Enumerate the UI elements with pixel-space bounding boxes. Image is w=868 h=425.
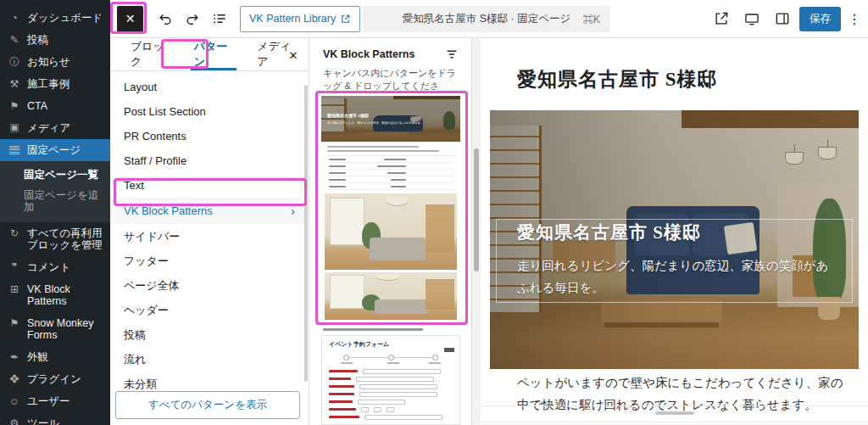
page-title[interactable]: 愛知県名古屋市 S様邸 xyxy=(517,66,718,92)
admin-menu-label: CTA xyxy=(27,100,47,112)
admin-menu-label: 施工事例 xyxy=(27,78,70,90)
pattern-category-item[interactable]: Layout xyxy=(110,75,309,99)
admin-menu-item[interactable]: ▣ メディア xyxy=(0,117,110,139)
vk-pattern-library-button[interactable]: VK Pattern Library xyxy=(240,6,360,32)
hero-subtitle[interactable]: 走り回れるリビング、陽だまりの窓辺、家族の笑顔があふれる毎日を。 xyxy=(517,254,831,299)
pattern-category-item[interactable]: 流れ xyxy=(110,347,309,372)
options-kebab-icon[interactable]: ⋮ xyxy=(844,11,865,27)
stepper-label xyxy=(387,362,399,364)
patterns-scrollbar[interactable] xyxy=(474,148,479,271)
table-row xyxy=(327,163,454,170)
admin-menu-icon: ⓘ xyxy=(8,56,20,68)
pattern-category-item[interactable]: フッター xyxy=(110,249,309,273)
page-icon: ▤ xyxy=(8,144,20,156)
admin-menu-icon: ⚑ xyxy=(8,100,20,112)
preview-desktop-icon[interactable] xyxy=(738,5,765,32)
save-button[interactable]: 保存 xyxy=(799,7,841,31)
pattern-category-item[interactable]: サイドバー xyxy=(110,224,309,249)
stepper-label xyxy=(341,362,353,364)
view-page-icon[interactable] xyxy=(708,5,735,32)
category-label: PR Contents xyxy=(124,130,186,143)
admin-menu-item[interactable]: ◔ ダッシュボード xyxy=(0,7,110,29)
pattern1-hero-image: 愛知県名古屋市 S様邸 走り回れるリビング、陽だまりの窓辺、家族の笑顔があふれる… xyxy=(321,96,460,142)
admin-menu-item[interactable]: ❞ コメント xyxy=(0,256,110,278)
pattern-category-item[interactable]: Post List Section xyxy=(110,99,309,124)
admin-menu-item[interactable]: ✎ 投稿 xyxy=(0,29,110,51)
inserter-tab[interactable]: メディア xyxy=(245,38,309,70)
admin-menu-item[interactable]: ❖ プラグイン xyxy=(0,368,110,390)
admin-menu-item[interactable]: ⊞ VK Block Patterns xyxy=(0,278,110,312)
inserter-scrollbar[interactable] xyxy=(304,85,308,382)
admin-menu-item[interactable]: ⚙ ツール xyxy=(0,412,110,425)
command-bar[interactable]: 愛知県名古屋市 S様邸 · 固定ページ ⌘K xyxy=(363,6,610,32)
separator-block[interactable] xyxy=(655,411,694,415)
admin-menu-icon: ☺ xyxy=(8,395,20,407)
admin-menu-item[interactable]: ↻ すべての再利用ブロックを管理 xyxy=(0,222,110,256)
panel-scroll-gutter xyxy=(472,38,481,425)
hero-title[interactable]: 愛知県名古屋市 S様邸 xyxy=(517,221,701,244)
hero-cover-block[interactable]: 愛知県名古屋市 S様邸 走り回れるリビング、陽だまりの窓辺、家族の笑顔があふれる… xyxy=(490,110,859,369)
show-all-patterns-button[interactable]: すべてのパターンを表示 xyxy=(115,391,300,419)
list-view-icon[interactable] xyxy=(206,5,233,32)
admin-menu-item[interactable]: ⚒ 施工事例 xyxy=(0,73,110,95)
admin-menu-item[interactable]: ⚑ CTA xyxy=(0,95,110,117)
admin-menu-icon: ❖ xyxy=(8,373,20,385)
pattern-thumbnail-case-page[interactable]: 愛知県名古屋市 S様邸 走り回れるリビング、陽だまりの窓辺、家族の笑顔があふれる… xyxy=(321,96,460,320)
inserter-tabs: ✕ ブロック パターン メディア xyxy=(110,38,309,71)
document-title: 愛知県名古屋市 S様邸 · 固定ページ xyxy=(403,12,571,26)
submenu-item[interactable]: 固定ページを追加 xyxy=(0,185,110,217)
pattern-category-list: Layout Post List Section PR Contents Sta… xyxy=(110,71,309,396)
form-row xyxy=(329,413,453,421)
undo-icon[interactable] xyxy=(152,5,179,32)
category-label: Layout xyxy=(124,81,157,93)
pattern-category-item[interactable]: ページ全体 xyxy=(110,273,309,298)
admin-menu-item[interactable]: ✒ 外観 xyxy=(0,346,110,368)
filter-icon[interactable] xyxy=(444,47,459,62)
pattern-category-item[interactable]: VK Block Patterns › xyxy=(110,198,309,224)
inserter-tab[interactable]: パターン xyxy=(182,38,246,70)
pattern-category-item[interactable]: Text xyxy=(110,173,309,198)
admin-menu-label: すべての再利用ブロックを管理 xyxy=(27,227,103,251)
admin-menu-label: お知らせ xyxy=(27,56,70,68)
editor-canvas[interactable]: 愛知県名古屋市 S様邸 愛知県名古屋市 S様邸 走り回れるリビング、陽だまりの窓… xyxy=(481,38,868,425)
pattern-category-item[interactable]: ヘッダー xyxy=(110,298,309,322)
lamp-shape xyxy=(377,274,398,280)
pattern-category-item[interactable]: Staff / Profile xyxy=(110,148,309,173)
admin-menu-item[interactable]: ☺ ユーザー xyxy=(0,390,110,412)
form-row xyxy=(329,398,453,405)
close-editor-button[interactable]: ✕ xyxy=(117,6,143,32)
block-divider xyxy=(481,405,868,406)
patterns-panel-title: VK Block Patterns xyxy=(323,48,415,60)
pattern1-hero-subtitle: 走り回れるリビング、陽だまりの窓辺、家族の笑顔があふれる毎日を。 xyxy=(327,121,453,125)
pattern-category-item[interactable]: 投稿 xyxy=(110,322,309,347)
settings-sidebar-icon[interactable] xyxy=(769,5,796,32)
admin-menu-label: ツール xyxy=(27,417,59,425)
inserter-panel: ✕ ブロック パターン メディア Layout Post List Sectio… xyxy=(110,38,309,425)
wp-admin-sidebar: ◔ ダッシュボード ✎ 投稿 ⓘ お知らせ ⚒ 施工事例 ⚑ CTA xyxy=(0,0,110,425)
admin-menu-icon: ✒ xyxy=(8,351,20,363)
form-row xyxy=(329,405,453,413)
sofa-shape xyxy=(375,299,427,314)
inserter-tab[interactable]: ブロック xyxy=(119,38,182,70)
pages-submenu: 固定ページ一覧 固定ページを追加 xyxy=(0,161,110,222)
submenu-label: 固定ページを追加 xyxy=(24,189,98,213)
sofa-shape xyxy=(370,238,426,260)
table-row xyxy=(327,183,454,190)
pattern-thumbnail-event-form[interactable]: イベント予約フォーム xyxy=(321,335,460,425)
body-paragraph[interactable]: ペットがいますので壁や床にもこだわってくださり、家の中で快適に駆け回れるのでスト… xyxy=(517,372,849,416)
admin-menu-icon: ⚙ xyxy=(8,417,20,425)
admin-menu-item[interactable]: ⓘ お知らせ xyxy=(0,51,110,73)
admin-menu-icon: ✎ xyxy=(8,34,20,46)
patterns-header: VK Block Patterns xyxy=(309,38,471,65)
redo-icon[interactable] xyxy=(179,5,206,32)
admin-menu-icon: ◔ xyxy=(8,12,20,24)
pattern-category-item[interactable]: PR Contents xyxy=(110,124,309,148)
category-label: Text xyxy=(124,179,144,192)
table-row xyxy=(327,170,454,176)
admin-menu-icon: ⊞ xyxy=(8,283,20,295)
admin-menu-icon: ▣ xyxy=(8,122,20,134)
submenu-item[interactable]: 固定ページ一覧 xyxy=(0,165,110,185)
sidebar-item-pages[interactable]: ▤ 固定ページ xyxy=(0,139,110,161)
admin-menu-item[interactable]: ⚑ Snow Monkey Forms xyxy=(0,312,110,346)
vk-pattern-library-label: VK Pattern Library xyxy=(249,13,336,25)
